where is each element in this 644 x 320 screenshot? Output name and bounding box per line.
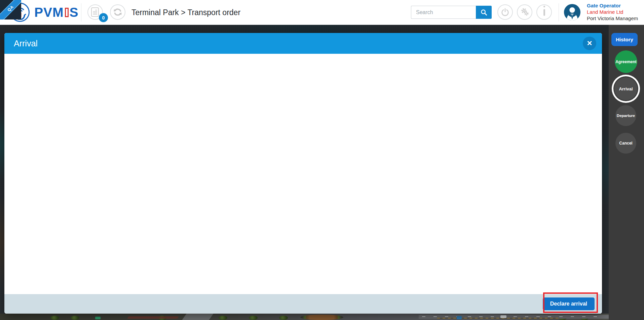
bush-decor: [219, 316, 227, 320]
red-roadside-decor: [127, 316, 179, 319]
bush-decor: [279, 316, 288, 320]
user-avatar[interactable]: [564, 4, 580, 21]
modal-body: [4, 54, 602, 294]
qa-ribbon: QA: [0, 0, 21, 19]
blue-truck-decor: [457, 316, 462, 319]
info-icon: [543, 8, 545, 16]
roundabout-decor: [300, 315, 343, 320]
user-company: Land Marine Ltd: [587, 9, 638, 15]
brand-name: PVMS: [34, 5, 79, 20]
background-aerial-photo: [0, 314, 644, 320]
search-button[interactable]: [476, 6, 492, 19]
close-icon[interactable]: ×: [583, 37, 596, 50]
step-cancel[interactable]: Cancel: [615, 133, 636, 154]
refresh-button[interactable]: [110, 4, 125, 20]
search-input[interactable]: [411, 6, 476, 19]
top-header-bar: PVMS QA 0: [0, 0, 644, 25]
history-button[interactable]: History: [611, 33, 638, 46]
breadcrumb: Terminal Park > Transport order: [131, 0, 240, 25]
step-label: Departure: [617, 114, 635, 118]
bush-decor: [50, 316, 59, 320]
info-button[interactable]: [536, 4, 552, 20]
logout-button[interactable]: [497, 4, 513, 20]
search-group: [411, 6, 492, 19]
search-icon: [480, 9, 488, 16]
power-icon: [501, 8, 509, 16]
user-organization: Port Victoria Managem: [587, 15, 638, 22]
barrier-decor: [437, 318, 558, 319]
user-info: Gate Operator Land Marine Ltd Port Victo…: [587, 2, 638, 22]
modal-title: Arrival: [14, 39, 38, 48]
arrival-modal: Arrival × Declare arrival: [4, 33, 602, 314]
person-icon: [564, 4, 580, 21]
modal-footer: Declare arrival: [4, 294, 602, 314]
step-label: Arrival: [619, 86, 633, 91]
green-truck-decor: [95, 317, 101, 319]
declare-arrival-button[interactable]: Declare arrival: [543, 297, 595, 310]
bush-decor: [249, 316, 258, 320]
step-label: Agreement: [615, 59, 637, 64]
refresh-icon: [113, 7, 122, 17]
documents-count-badge: 0: [99, 13, 108, 22]
modal-header: Arrival ×: [4, 33, 602, 54]
settings-button[interactable]: [517, 4, 532, 20]
header-divider: [559, 3, 559, 22]
bush-decor: [71, 316, 79, 320]
brand-accent-letter-i: [65, 8, 69, 17]
white-van-decor: [500, 315, 506, 318]
step-agreement[interactable]: Agreement: [615, 50, 637, 73]
document-icon: [91, 7, 100, 17]
header-divider: [81, 3, 81, 22]
application-window: PVMS QA 0: [0, 0, 644, 320]
step-departure[interactable]: Departure: [615, 105, 636, 126]
user-role: Gate Operator: [587, 2, 638, 9]
step-arrival-active[interactable]: Arrival: [614, 77, 637, 100]
environment-ribbon-corner: QA: [0, 0, 21, 19]
lane-markings-decor: [422, 316, 604, 317]
road-decor: [182, 314, 213, 320]
gears-icon: [520, 7, 529, 17]
step-label: Cancel: [619, 141, 632, 146]
